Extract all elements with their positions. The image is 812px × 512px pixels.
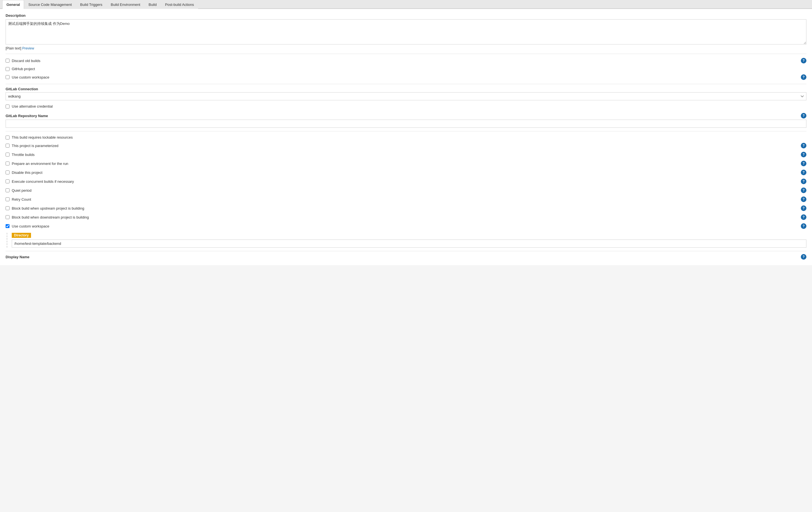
tab-build[interactable]: Build: [144, 0, 161, 9]
quiet-period-checkbox[interactable]: [6, 188, 9, 192]
plain-text-label: [Plain text]: [6, 47, 21, 50]
discard-builds-checkbox[interactable]: [6, 59, 9, 63]
tab-post-build[interactable]: Post-build Actions: [161, 0, 198, 9]
use-alternative-credential-checkbox[interactable]: [6, 105, 9, 108]
tab-bar: General Source Code Management Build Tri…: [0, 0, 812, 9]
tab-build-triggers[interactable]: Build Triggers: [76, 0, 107, 9]
quiet-period-label: Quiet period: [12, 188, 801, 193]
retry-count-label: Retry Count: [12, 197, 801, 201]
checkbox-row-quiet: Quiet period ?: [6, 186, 806, 195]
github-project-checkbox[interactable]: [6, 67, 9, 71]
concurrent-builds-checkbox[interactable]: [6, 179, 9, 183]
prepare-env-help-icon[interactable]: ?: [801, 161, 806, 166]
workspace-section: Directory: [7, 233, 806, 248]
gitlab-repo-label: GitLab Repository Name: [6, 114, 48, 118]
checkbox-row-block-downstream: Block build when downstream project is b…: [6, 213, 806, 222]
tab-build-environment[interactable]: Build Environment: [107, 0, 144, 9]
checkbox-row-throttle: Throttle builds ?: [6, 150, 806, 159]
throttle-builds-label: Throttle builds: [12, 152, 801, 157]
discard-builds-help-icon[interactable]: ?: [801, 58, 806, 63]
checkbox-row-disable: Disable this project ?: [6, 168, 806, 177]
main-content: Description 测试后端脚手架的持续集成 作为Demo [Plain t…: [0, 9, 812, 265]
prepare-env-label: Prepare an environment for the run: [12, 162, 801, 166]
discard-builds-label: Discard old builds: [12, 59, 801, 63]
quiet-period-help-icon[interactable]: ?: [801, 188, 806, 193]
use-alternative-credential-label: Use alternative credential: [12, 104, 806, 108]
checkbox-row-alt-credential: Use alternative credential: [6, 103, 806, 110]
prepare-env-checkbox[interactable]: [6, 162, 9, 166]
checkbox-row-lockable: This build requires lockable resources: [6, 134, 806, 141]
lockable-resources-label: This build requires lockable resources: [12, 135, 806, 139]
block-downstream-help-icon[interactable]: ?: [801, 215, 806, 220]
directory-label: Directory: [12, 233, 31, 238]
gitlab-repo-help-icon[interactable]: ?: [801, 113, 806, 118]
parameterized-help-icon[interactable]: ?: [801, 143, 806, 148]
checkbox-row-discard: Discard old builds ?: [6, 56, 806, 65]
use-custom-workspace-top-help-icon[interactable]: ?: [801, 74, 806, 80]
parameterized-label: This project is parameterized: [12, 144, 801, 148]
throttle-builds-help-icon[interactable]: ?: [801, 152, 806, 158]
description-textarea[interactable]: 测试后端脚手架的持续集成 作为Demo: [6, 19, 806, 45]
format-row: [Plain text] Preview: [6, 47, 806, 50]
description-label: Description: [6, 13, 806, 18]
gitlab-repo-input[interactable]: [6, 120, 806, 128]
lockable-resources-checkbox[interactable]: [6, 136, 9, 139]
divider-4: [6, 251, 806, 251]
directory-input[interactable]: [12, 239, 806, 248]
disable-project-checkbox[interactable]: [6, 170, 9, 174]
display-name-label: Display Name: [6, 255, 29, 259]
block-downstream-label: Block build when downstream project is b…: [12, 215, 801, 219]
use-custom-workspace-top-checkbox[interactable]: [6, 75, 9, 79]
parameterized-checkbox[interactable]: [6, 144, 9, 148]
disable-project-help-icon[interactable]: ?: [801, 170, 806, 175]
block-upstream-label: Block build when upstream project is bui…: [12, 206, 801, 210]
retry-count-help-icon[interactable]: ?: [801, 197, 806, 202]
gitlab-connection-dropdown[interactable]: wdkang: [6, 92, 806, 100]
concurrent-builds-help-icon[interactable]: ?: [801, 178, 806, 184]
use-custom-workspace-bottom-help-icon[interactable]: ?: [801, 223, 806, 229]
preview-link[interactable]: Preview: [22, 47, 34, 50]
disable-project-label: Disable this project: [12, 170, 801, 175]
checkbox-row-retry: Retry Count ?: [6, 195, 806, 204]
checkbox-row-custom-ws-bottom: Use custom workspace ?: [6, 222, 806, 231]
block-downstream-checkbox[interactable]: [6, 215, 9, 219]
checkbox-row-parameterized: This project is parameterized ?: [6, 141, 806, 150]
concurrent-builds-label: Execute concurrent builds if necessary: [12, 179, 801, 183]
block-upstream-checkbox[interactable]: [6, 206, 9, 210]
divider-1: [6, 54, 806, 54]
use-custom-workspace-bottom-checkbox[interactable]: [6, 224, 9, 228]
github-project-label: GitHub project: [12, 67, 806, 71]
display-name-label-row: Display Name ?: [6, 254, 806, 260]
gitlab-repo-label-row: GitLab Repository Name ?: [6, 113, 806, 118]
gitlab-connection-label: GitLab Connection: [6, 87, 806, 91]
block-upstream-help-icon[interactable]: ?: [801, 205, 806, 211]
retry-count-checkbox[interactable]: [6, 197, 9, 201]
display-name-help-icon[interactable]: ?: [801, 254, 806, 260]
tab-source-code[interactable]: Source Code Management: [24, 0, 76, 9]
use-custom-workspace-top-label: Use custom workspace: [12, 75, 801, 79]
checkbox-row-github: GitHub project: [6, 65, 806, 73]
tab-general[interactable]: General: [2, 0, 24, 9]
checkbox-row-block-upstream: Block build when upstream project is bui…: [6, 204, 806, 213]
checkbox-row-env: Prepare an environment for the run ?: [6, 159, 806, 168]
checkbox-row-concurrent: Execute concurrent builds if necessary ?: [6, 177, 806, 186]
use-custom-workspace-bottom-label: Use custom workspace: [12, 224, 801, 228]
checkbox-row-custom-ws-top: Use custom workspace ?: [6, 73, 806, 82]
throttle-builds-checkbox[interactable]: [6, 152, 9, 157]
